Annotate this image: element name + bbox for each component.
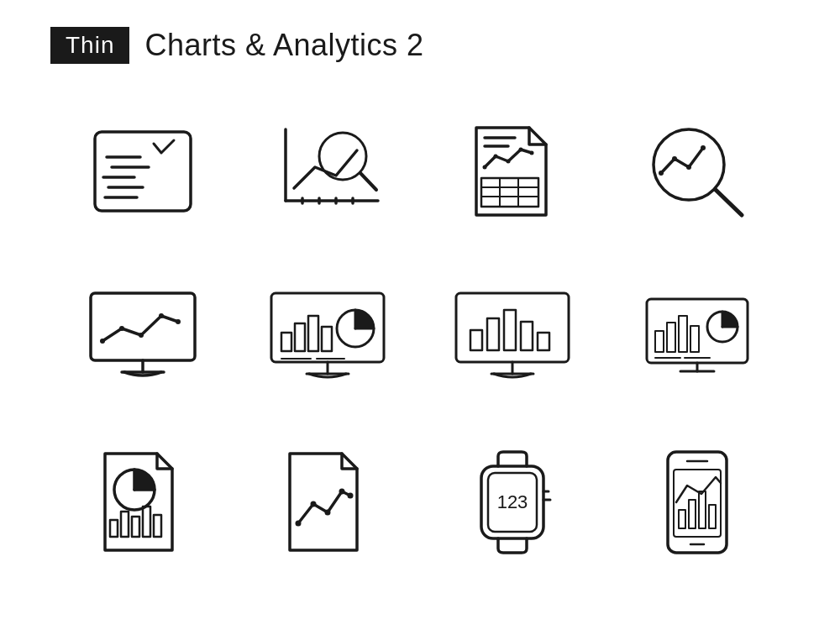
svg-rect-0 (95, 132, 191, 211)
dashboard-monitor-pie-icon (235, 255, 420, 420)
bar-chart-monitor-icon (420, 255, 605, 420)
report-document-icon (420, 89, 605, 255)
svg-line-27 (716, 190, 742, 215)
svg-rect-52 (456, 293, 569, 362)
page-title: Charts & Analytics 2 (144, 28, 423, 63)
small-dashboard-icon (605, 255, 790, 420)
svg-rect-78 (143, 507, 150, 537)
pie-report-file-icon (50, 419, 235, 585)
analytics-search-icon (605, 89, 790, 255)
svg-rect-56 (487, 318, 499, 350)
svg-point-84 (348, 493, 354, 499)
svg-rect-64 (667, 323, 675, 352)
svg-line-9 (360, 173, 376, 190)
svg-rect-58 (521, 322, 533, 350)
mobile-chart-icon (605, 419, 790, 585)
svg-rect-79 (154, 515, 161, 537)
svg-point-39 (176, 319, 181, 324)
svg-rect-45 (308, 316, 318, 351)
svg-point-17 (494, 155, 498, 159)
header: Thin Charts & Analytics 2 (0, 0, 840, 81)
svg-point-28 (659, 171, 664, 176)
svg-rect-59 (538, 333, 549, 350)
svg-rect-44 (295, 323, 305, 351)
svg-point-83 (339, 489, 345, 495)
svg-point-16 (483, 165, 487, 170)
svg-point-38 (159, 313, 164, 318)
svg-rect-66 (690, 326, 699, 352)
smartwatch-icon: 123 (420, 419, 605, 585)
svg-rect-63 (655, 331, 664, 352)
svg-point-29 (672, 156, 677, 161)
line-chart-monitor-icon (50, 255, 235, 420)
svg-point-31 (701, 145, 706, 150)
svg-rect-55 (470, 330, 482, 350)
line-chart-file-icon (235, 419, 420, 585)
svg-rect-57 (504, 310, 516, 350)
svg-rect-65 (679, 316, 687, 352)
svg-rect-21 (481, 178, 538, 207)
svg-rect-43 (281, 333, 291, 351)
scatter-chart-icon (235, 89, 420, 255)
svg-rect-76 (121, 512, 129, 537)
svg-point-19 (519, 148, 523, 152)
svg-point-30 (686, 165, 691, 170)
svg-rect-46 (322, 327, 332, 351)
svg-rect-77 (132, 517, 139, 537)
svg-rect-75 (110, 520, 118, 537)
svg-rect-96 (709, 505, 716, 528)
svg-point-36 (119, 326, 124, 331)
svg-rect-94 (689, 500, 696, 528)
svg-point-81 (311, 501, 317, 507)
icons-grid: 123 (0, 81, 840, 601)
svg-rect-93 (679, 510, 685, 528)
svg-point-20 (530, 151, 534, 155)
svg-point-35 (100, 339, 105, 344)
svg-rect-32 (91, 293, 195, 360)
thin-badge: Thin (50, 27, 129, 64)
svg-point-80 (296, 521, 302, 527)
svg-point-82 (325, 510, 331, 516)
svg-rect-95 (699, 491, 706, 528)
checklist-chart-icon (50, 89, 235, 255)
svg-text:123: 123 (497, 491, 528, 512)
svg-point-18 (507, 160, 511, 164)
svg-point-37 (139, 333, 144, 338)
